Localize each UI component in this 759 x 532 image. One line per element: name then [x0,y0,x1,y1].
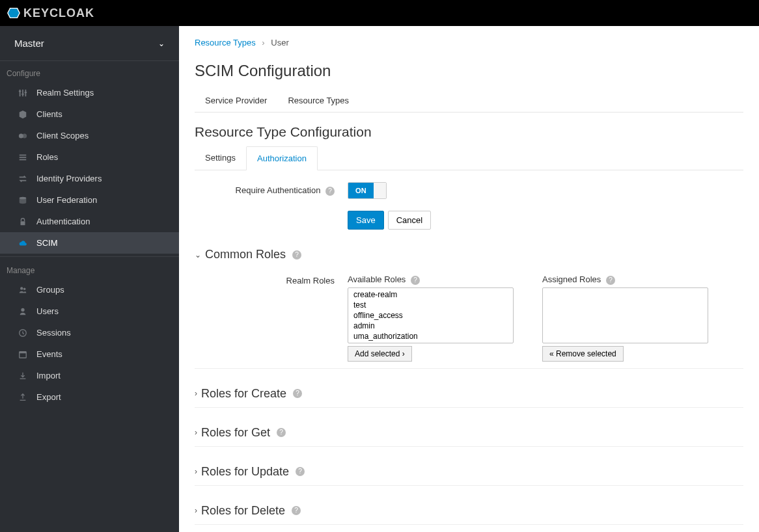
svg-point-15 [23,287,26,290]
sidebar-item-realm-settings[interactable]: Realm Settings [0,82,179,103]
remove-selected-button[interactable]: « Remove selected [542,346,624,362]
svg-point-16 [21,308,24,311]
realm-roles-label: Realm Roles [195,274,348,362]
sidebar-item-client-scopes[interactable]: Client Scopes [0,125,179,146]
sidebar-item-import[interactable]: Import [0,365,179,386]
list-icon [18,153,27,162]
chevron-down-icon: ⌄ [195,250,201,259]
available-roles-select[interactable]: create-realmtestoffline_accessadminuma_a… [348,287,514,343]
sidebar-label: User Federation [36,195,97,205]
sub-title: Resource Type Configuration [195,124,743,140]
section-roles-delete: › Roles for Delete ? [195,500,743,525]
database-icon [18,196,27,205]
cancel-button[interactable]: Cancel [388,211,431,230]
sidebar-item-export[interactable]: Export [0,386,179,408]
breadcrumb: Resource Types › User [195,38,743,47]
section-header-create[interactable]: › Roles for Create ? [195,383,743,405]
section-roles-create: › Roles for Create ? [195,383,743,408]
sub-tabs: Settings Authorization [195,146,743,170]
chevron-right-icon: › [195,506,197,515]
section-header-common[interactable]: ⌄ Common Roles ? [195,244,743,265]
svg-rect-9 [20,154,27,155]
exchange-icon [18,174,27,183]
sidebar-item-roles[interactable]: Roles [0,146,179,168]
require-auth-label: Require Authentication ? [195,185,348,196]
toggle-knob [374,183,386,198]
tab-settings[interactable]: Settings [195,146,246,170]
sidebar-label: Import [36,371,61,380]
tab-authorization[interactable]: Authorization [246,146,318,170]
realm-selector[interactable]: Master ⌄ [0,26,179,61]
assigned-roles-select[interactable] [542,287,708,343]
sidebar-item-user-federation[interactable]: User Federation [0,189,179,211]
sidebar-label: Authentication [36,217,90,226]
svg-point-8 [22,133,27,138]
sidebar-label: Groups [36,285,64,295]
sidebar-label: Clients [36,109,62,119]
require-auth-toggle[interactable]: ON [348,182,387,199]
section-header-delete[interactable]: › Roles for Delete ? [195,500,743,522]
topbar: KEYCLOAK [0,0,759,26]
tab-service-provider[interactable]: Service Provider [195,89,277,112]
svg-marker-0 [8,8,20,18]
realm-name: Master [14,38,44,49]
svg-rect-6 [25,92,27,93]
sidebar-label: Client Scopes [36,131,89,140]
help-icon[interactable]: ? [325,187,335,196]
help-icon[interactable]: ? [292,250,301,259]
sidebar-item-clients[interactable]: Clients [0,103,179,125]
section-header-get[interactable]: › Roles for Get ? [195,422,743,444]
sidebar-item-events[interactable]: Events [0,343,179,365]
section-roles-get: › Roles for Get ? [195,422,743,447]
svg-rect-5 [21,93,24,94]
svg-rect-2 [22,89,23,96]
available-roles-column: Available Roles ? create-realmtestofflin… [348,274,514,362]
sidebar-item-authentication[interactable]: Authentication [0,211,179,232]
clock-icon [18,328,27,338]
svg-rect-13 [21,221,25,225]
assigned-roles-column: Assigned Roles ? « Remove selected [542,274,708,362]
help-icon[interactable]: ? [293,389,302,398]
sidebar-item-scim[interactable]: SCIM [0,232,179,254]
breadcrumb-current: User [271,38,288,47]
sidebar-item-users[interactable]: Users [0,300,179,322]
tab-resource-types[interactable]: Resource Types [277,89,359,112]
help-icon[interactable]: ? [411,276,420,285]
help-icon[interactable]: ? [606,276,615,285]
main-content: Resource Types › User SCIM Configuration… [179,26,759,532]
sidebar-label: Users [36,306,59,316]
chevron-left-icon: « [549,349,554,358]
sidebar-label: Identity Providers [36,174,102,183]
sidebar-label: SCIM [36,238,58,248]
sidebar-label: Events [36,349,62,359]
calendar-icon [18,350,27,359]
lock-icon [18,217,27,226]
keycloak-icon [7,6,21,20]
sliders-icon [18,88,27,98]
help-icon[interactable]: ? [277,428,286,437]
sidebar-label: Sessions [36,328,71,338]
help-icon[interactable]: ? [292,506,301,515]
help-icon[interactable]: ? [296,467,305,476]
sidebar-label: Export [36,392,61,402]
svg-rect-19 [20,351,27,353]
add-selected-button[interactable]: Add selected › [348,346,412,362]
sidebar-item-identity-providers[interactable]: Identity Providers [0,168,179,189]
chevron-right-icon: › [195,428,197,437]
breadcrumb-parent[interactable]: Resource Types [195,38,256,47]
section-header-configure: Configure [0,61,179,82]
form-actions: Save Cancel [348,204,743,230]
svg-rect-1 [20,89,21,96]
section-header-update[interactable]: › Roles for Update ? [195,461,743,483]
chevron-down-icon: ⌄ [158,39,165,48]
import-icon [18,371,27,380]
breadcrumb-separator: › [262,38,264,47]
save-button[interactable]: Save [348,211,384,230]
require-auth-row: Require Authentication ? ON [195,170,743,204]
sidebar-item-groups[interactable]: Groups [0,279,179,300]
section-header-manage: Manage [0,256,179,279]
scope-icon [18,131,27,140]
available-roles-label: Available Roles [348,274,406,284]
sidebar-item-sessions[interactable]: Sessions [0,322,179,343]
sidebar-label: Roles [36,152,58,162]
